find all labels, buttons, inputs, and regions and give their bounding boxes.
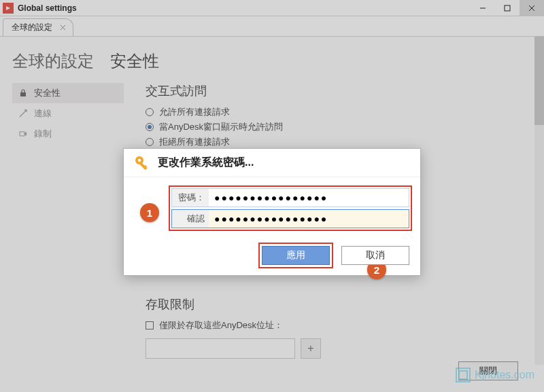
watermark: Kjnotes.com <box>456 368 534 382</box>
password-input-group: 密碼： ●●●●●●●●●●●●●●●● 確認 ●●●●●●●●●●●●●●●● <box>169 185 412 231</box>
cancel-button[interactable]: 取消 <box>341 246 409 265</box>
watermark-icon <box>456 368 471 382</box>
key-icon <box>133 154 151 172</box>
confirm-input[interactable]: ●●●●●●●●●●●●●●●● <box>209 213 409 224</box>
svg-point-9 <box>138 158 141 162</box>
dialog-footer: 應用 取消 <box>258 243 409 268</box>
password-row: 密碼： ●●●●●●●●●●●●●●●● <box>171 188 409 207</box>
password-input[interactable]: ●●●●●●●●●●●●●●●● <box>209 192 409 203</box>
confirm-row: 確認 ●●●●●●●●●●●●●●●● <box>171 209 409 228</box>
dialog-header: 更改作業系統密碼... <box>124 149 420 177</box>
confirm-label: 確認 <box>172 210 209 228</box>
apply-button[interactable]: 應用 <box>262 246 330 265</box>
annotation-step1: 1 <box>140 203 159 222</box>
password-label: 密碼： <box>172 189 209 207</box>
dialog-title: 更改作業系統密碼... <box>158 156 254 170</box>
watermark-text: Kjnotes.com <box>475 369 534 381</box>
apply-highlight: 應用 <box>258 243 333 268</box>
change-password-dialog: 更改作業系統密碼... 密碼： ●●●●●●●●●●●●●●●● 確認 ●●●●… <box>123 148 421 276</box>
